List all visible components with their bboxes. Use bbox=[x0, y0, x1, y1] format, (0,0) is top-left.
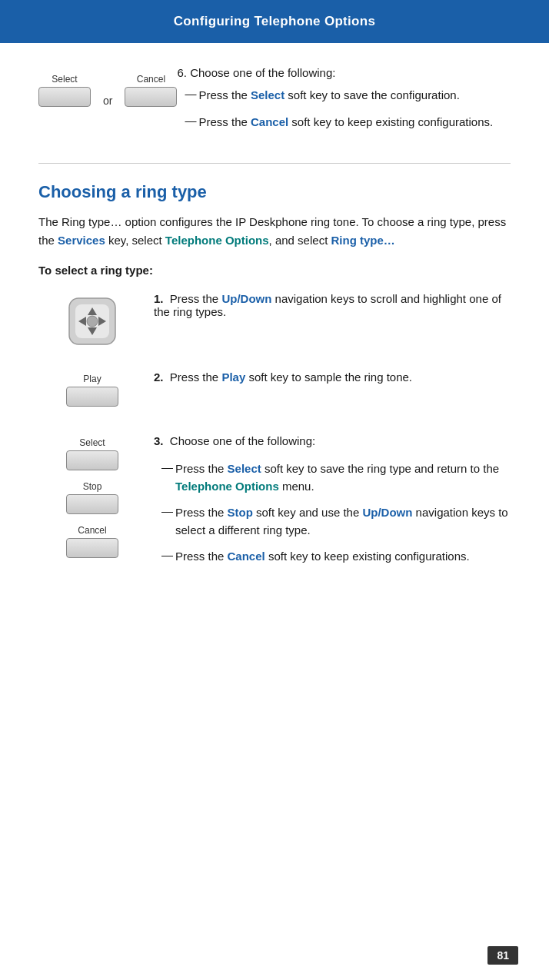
nav-key-svg bbox=[66, 295, 118, 347]
ring-type-key-inline: Ring type… bbox=[331, 234, 394, 247]
ring-step3-row: Select Stop Cancel 3. Choose one of the … bbox=[38, 434, 511, 575]
ring-step2-content: 2. Press the Play soft key to sample the… bbox=[154, 370, 511, 384]
ring-step2-text: 2. Press the Play soft key to sample the… bbox=[154, 370, 511, 384]
ring-step3-content: 3. Choose one of the following: — Press … bbox=[154, 434, 511, 575]
ring-section-body: The Ring type… option configures the IP … bbox=[38, 213, 511, 250]
step6-softkeys: Select or Cancel bbox=[38, 74, 177, 111]
or-text: or bbox=[103, 95, 112, 111]
cancel-key-inline: Cancel bbox=[251, 115, 288, 128]
step3-softkeys-stack: Select Stop Cancel bbox=[66, 437, 118, 563]
step3-bullet1: — Press the Select soft key to save the … bbox=[154, 460, 511, 495]
page-number: 81 bbox=[487, 946, 518, 965]
ring-step1-content: 1. Press the Up/Down navigation keys to … bbox=[154, 292, 511, 318]
ring-step3-intro: 3. Choose one of the following: bbox=[154, 434, 511, 447]
nav-key-icon bbox=[66, 295, 118, 347]
step6-bullet1: — Press the Select soft key to save the … bbox=[177, 87, 511, 105]
play-button[interactable] bbox=[66, 387, 118, 407]
ring-step1-icon-col bbox=[38, 292, 146, 347]
select-button[interactable] bbox=[38, 87, 91, 107]
section-divider bbox=[38, 163, 511, 164]
ring-sub-heading: To select a ring type: bbox=[38, 264, 511, 277]
step3-cancel-button[interactable] bbox=[66, 538, 118, 558]
step3-stop-button[interactable] bbox=[66, 494, 118, 514]
step3-cancel-inline: Cancel bbox=[228, 550, 265, 563]
cancel-button[interactable] bbox=[125, 87, 177, 107]
telephone-options-key-inline: Telephone Options bbox=[165, 234, 269, 247]
play-label: Play bbox=[83, 374, 101, 384]
step3-select-wrap: Select bbox=[66, 437, 118, 470]
step3-tel-opt-inline: Telephone Options bbox=[175, 480, 279, 493]
services-key-inline: Services bbox=[58, 234, 105, 247]
step6-image-col: Select or Cancel bbox=[38, 66, 177, 111]
cancel-softkey-wrap: Cancel bbox=[125, 74, 177, 107]
step3-select-inline: Select bbox=[228, 462, 261, 475]
ring-step1-text: 1. Press the Up/Down navigation keys to … bbox=[154, 292, 511, 318]
ring-step1-row: 1. Press the Up/Down navigation keys to … bbox=[38, 292, 511, 347]
step6-content: 6. Choose one of the following: — Press … bbox=[177, 66, 511, 140]
ring-step3-icon-col: Select Stop Cancel bbox=[38, 434, 146, 563]
select-softkey-wrap: Select bbox=[38, 74, 91, 107]
step6-bullet2: — Press the Cancel soft key to keep exis… bbox=[177, 114, 511, 131]
ring-section-heading: Choosing a ring type bbox=[38, 182, 511, 202]
step6-section: Select or Cancel 6. Choose one of the fo… bbox=[38, 66, 511, 140]
play-key-inline: Play bbox=[221, 370, 245, 384]
step3-select-button[interactable] bbox=[66, 450, 118, 470]
page-header: Configuring Telephone Options bbox=[0, 0, 549, 43]
ring-step2-icon-col: Play bbox=[38, 370, 146, 411]
select-label: Select bbox=[52, 74, 77, 85]
step3-stop-wrap: Stop bbox=[66, 481, 118, 514]
updown-key-inline: Up/Down bbox=[221, 292, 271, 305]
step3-cancel-wrap: Cancel bbox=[66, 525, 118, 558]
step3-bullet2: — Press the Stop soft key and use the Up… bbox=[154, 504, 511, 539]
cancel-label: Cancel bbox=[137, 74, 165, 85]
select-key-inline: Select bbox=[251, 88, 284, 101]
ring-step2-row: Play 2. Press the Play soft key to sampl… bbox=[38, 370, 511, 411]
step6-intro: 6. Choose one of the following: bbox=[177, 66, 511, 79]
step3-stop-label: Stop bbox=[83, 481, 102, 492]
step3-bullet3: — Press the Cancel soft key to keep exis… bbox=[154, 548, 511, 566]
step3-cancel-label: Cancel bbox=[78, 525, 106, 536]
step3-stop-inline: Stop bbox=[228, 506, 253, 519]
svg-point-6 bbox=[87, 316, 98, 327]
step3-select-label: Select bbox=[79, 437, 105, 448]
ring-steps: 1. Press the Up/Down navigation keys to … bbox=[38, 292, 511, 575]
play-softkey-wrap: Play bbox=[66, 374, 118, 407]
step3-updown-inline: Up/Down bbox=[362, 506, 412, 519]
